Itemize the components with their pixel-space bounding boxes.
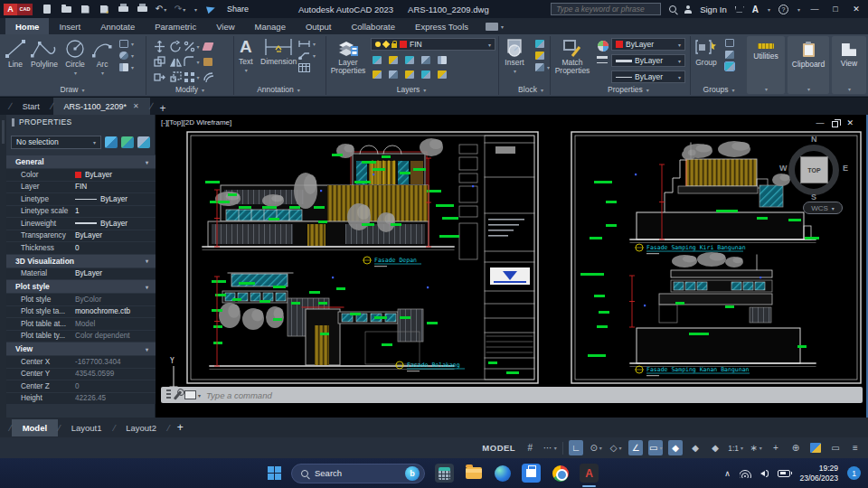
- property-row-center-y[interactable]: Center Y43545.0599: [6, 368, 156, 380]
- customize-wrench-icon[interactable]: [174, 390, 182, 399]
- dimension-tool-button[interactable]: Dimension: [260, 37, 297, 66]
- match-properties-button[interactable]: Match Properties: [554, 38, 590, 76]
- explode-tool-button[interactable]: [200, 54, 216, 70]
- plot-button[interactable]: [118, 4, 128, 15]
- property-row-plot-style[interactable]: Plot styleByColor: [6, 293, 156, 305]
- circle-caret-icon[interactable]: ▾: [74, 70, 77, 76]
- drawing-canvas[interactable]: Fasade Depan Fasade Belakang Fasade Samp…: [156, 115, 868, 418]
- ribbon-extra-button[interactable]: ▾: [486, 18, 504, 34]
- annotation-panel-label[interactable]: Annotation▾: [240, 85, 317, 94]
- fillet-tool-button[interactable]: ▾: [184, 54, 200, 70]
- viewcube-top-face[interactable]: TOP: [800, 156, 828, 183]
- linetype-dropdown[interactable]: ByLayer ▾: [611, 70, 685, 83]
- property-row-height[interactable]: Height42226.45: [6, 392, 156, 405]
- taskbar-chrome-icon[interactable]: [551, 464, 570, 483]
- text-caret-icon[interactable]: ▾: [245, 67, 248, 73]
- property-row-plot-style-ta-[interactable]: Plot style ta...monochrome.ctb: [6, 305, 156, 318]
- property-row-plot-table-ty-[interactable]: Plot table ty...Color dependent: [6, 330, 156, 343]
- properties-panel-label[interactable]: Properties▾: [588, 85, 669, 94]
- viewcube[interactable]: TOP N W E S: [783, 136, 846, 205]
- save-button[interactable]: [80, 4, 90, 15]
- viewport-controls-label[interactable]: [-][Top][2D Wireframe]: [161, 118, 231, 127]
- palette-section-general[interactable]: General▾: [6, 155, 156, 168]
- property-row-color[interactable]: ColorByLayer: [6, 168, 156, 181]
- draw-panel-label[interactable]: Draw▾: [36, 85, 108, 94]
- property-row-linetype[interactable]: LinetypeByLayer: [6, 192, 156, 205]
- mirror-tool-button[interactable]: [167, 54, 184, 70]
- layers-panel-label[interactable]: Layers▾: [380, 85, 443, 94]
- isolate-objects-button[interactable]: ⊕: [788, 440, 803, 455]
- new-file-button[interactable]: [42, 4, 52, 15]
- object-snap-tracking-toggle[interactable]: ∠: [628, 440, 643, 455]
- insert-block-button[interactable]: Insert ▾: [503, 38, 526, 74]
- help-caret-icon[interactable]: ▾: [797, 6, 800, 13]
- recent-commands-icon[interactable]: [184, 390, 196, 399]
- offset-tool-button[interactable]: [200, 70, 216, 85]
- groups-panel-label[interactable]: Groups▾: [691, 85, 747, 94]
- file-tab-close-icon[interactable]: ✕: [133, 102, 139, 110]
- object-snap-toggle[interactable]: ▭▾: [648, 440, 663, 455]
- view-panel-button[interactable]: View ▾: [832, 36, 866, 94]
- copy-tool-button[interactable]: [151, 54, 167, 70]
- group-button[interactable]: Group: [694, 38, 718, 67]
- drawing-minimize-button[interactable]: —: [816, 118, 824, 127]
- tray-chevron-icon[interactable]: ∧: [724, 469, 731, 478]
- command-line-bar[interactable]: ▾: [161, 387, 863, 403]
- palette-section-plot-style[interactable]: Plot style▾: [6, 279, 156, 293]
- close-button[interactable]: ✕: [850, 5, 863, 14]
- layer-walk-button[interactable]: [438, 70, 447, 79]
- lineweight-list-icon[interactable]: [597, 56, 608, 59]
- rectangle-tool-button[interactable]: ▾: [119, 40, 134, 48]
- trim-tool-button[interactable]: ▾: [184, 39, 200, 54]
- selection-dropdown[interactable]: No selection ▾: [11, 136, 101, 149]
- text-tool-button[interactable]: A Text ▾: [239, 37, 253, 73]
- layer-match-button[interactable]: [438, 56, 447, 64]
- circle-tool-button[interactable]: Circle ▾: [63, 38, 87, 76]
- table-button[interactable]: [298, 63, 316, 72]
- taskbar-search-box[interactable]: Search b: [291, 464, 425, 483]
- ribbon-tab-home[interactable]: Home: [5, 18, 49, 34]
- leader-button[interactable]: ▾: [298, 52, 316, 60]
- model-space-indicator[interactable]: MODEL: [482, 443, 515, 453]
- viewcube-south[interactable]: S: [811, 192, 816, 202]
- redo-caret-icon[interactable]: ▾: [183, 6, 185, 13]
- object-color-dropdown[interactable]: ByLayer ▾: [611, 38, 685, 51]
- linear-dim-button[interactable]: ▾: [298, 40, 316, 48]
- ribbon-tab-insert[interactable]: Insert: [49, 18, 90, 34]
- file-tab-ars-1100-2209-[interactable]: ARS-1100_2209*✕: [53, 98, 150, 115]
- arc-caret-icon[interactable]: ▾: [101, 70, 104, 76]
- new-file-tab-button[interactable]: +: [159, 102, 165, 115]
- taskbar-edge-icon[interactable]: [493, 464, 512, 483]
- layer-dropdown[interactable]: FIN ▾: [371, 38, 495, 51]
- property-row-layer[interactable]: LayerFIN: [6, 181, 156, 193]
- grid-display-toggle[interactable]: #: [523, 440, 537, 455]
- battery-icon[interactable]: [778, 470, 790, 477]
- annotation-monitor-button[interactable]: +: [769, 440, 783, 455]
- ungroup-button[interactable]: [725, 39, 734, 47]
- bing-icon[interactable]: b: [405, 466, 420, 481]
- array-tool-button[interactable]: ▾: [184, 70, 200, 85]
- help-icon[interactable]: ?: [778, 5, 788, 14]
- layer-unisolate-button[interactable]: [373, 70, 382, 79]
- sign-in-button[interactable]: Sign In: [700, 5, 727, 14]
- select-objects-button[interactable]: [121, 136, 134, 148]
- annotation-visibility-toggle[interactable]: ◆: [668, 440, 683, 455]
- property-row-material[interactable]: MaterialByLayer: [6, 267, 156, 280]
- layer-on-all-button[interactable]: [405, 70, 414, 79]
- wcs-dropdown[interactable]: WCS ▾: [803, 202, 843, 214]
- property-row-center-z[interactable]: Center Z0: [6, 380, 156, 392]
- layout-tab-layout2[interactable]: Layout2: [115, 419, 167, 436]
- autoscale-toggle[interactable]: ◆: [688, 440, 703, 455]
- volume-icon[interactable]: [760, 470, 769, 477]
- property-row-plot-table-at-[interactable]: Plot table at...Model: [6, 317, 156, 330]
- qat-customize-caret-icon[interactable]: ▾: [194, 6, 197, 13]
- open-file-button[interactable]: [61, 4, 71, 15]
- search-icon[interactable]: [669, 5, 676, 13]
- hatch-tool-button[interactable]: ▾: [119, 63, 134, 71]
- notification-badge[interactable]: 1: [847, 466, 861, 480]
- move-tool-button[interactable]: [151, 39, 167, 54]
- save-as-button[interactable]: [99, 4, 109, 15]
- property-row-transparency[interactable]: TransparencyByLayer: [6, 230, 156, 242]
- ribbon-tab-annotate[interactable]: Annotate: [90, 18, 145, 34]
- command-input[interactable]: [206, 390, 857, 400]
